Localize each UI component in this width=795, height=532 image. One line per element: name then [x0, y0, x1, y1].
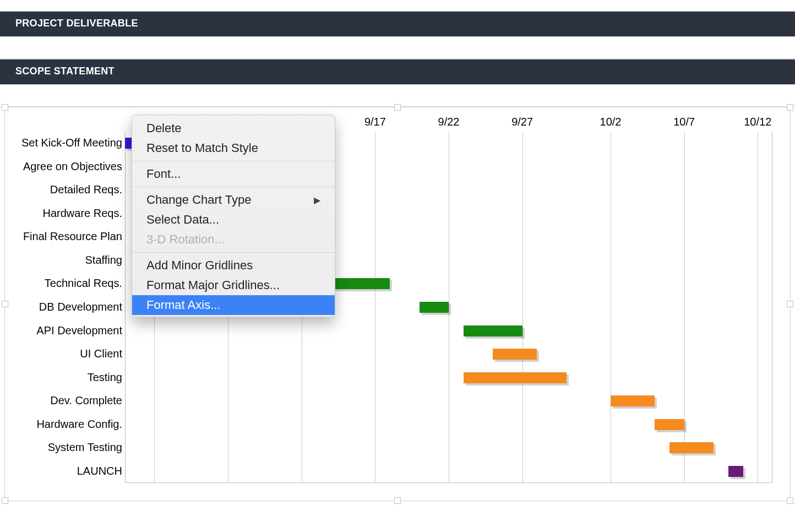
selection-handle[interactable]: [787, 301, 793, 307]
major-gridline: [758, 132, 758, 483]
x-tick-label: 9/27: [511, 116, 533, 128]
gantt-bar[interactable]: [655, 419, 684, 430]
ctx-item-label: Add Minor Gridlines: [146, 258, 253, 273]
gantt-bar[interactable]: [669, 442, 714, 453]
ctx-select-data[interactable]: Select Data...: [132, 210, 335, 230]
gantt-chart-object[interactable]: 9/29/79/129/179/229/2710/210/710/12Set K…: [4, 107, 791, 501]
ctx-font[interactable]: Font...: [132, 164, 335, 184]
x-tick-label: 9/22: [438, 116, 460, 128]
ctx-item-label: Format Major Gridlines...: [146, 278, 280, 292]
ctx-item-label: Delete: [146, 121, 182, 135]
ctx-separator: [132, 161, 335, 161]
gantt-bar[interactable]: [728, 466, 743, 477]
gantt-bar[interactable]: [420, 302, 449, 313]
gantt-bar[interactable]: [611, 395, 655, 406]
x-tick-label: 10/2: [600, 116, 622, 128]
selection-handle[interactable]: [787, 104, 793, 111]
y-category-label: Final Resource Plan: [23, 230, 122, 243]
y-category-label: API Development: [36, 324, 122, 337]
y-category-label: Dev. Complete: [50, 394, 122, 407]
y-category-label: Testing: [88, 371, 122, 384]
ctx-reset-style[interactable]: Reset to Match Style: [132, 138, 335, 158]
gantt-bar[interactable]: [464, 325, 522, 336]
y-category-label: System Testing: [48, 441, 122, 454]
y-category-label: UI Client: [80, 348, 122, 360]
ctx-format-axis[interactable]: Format Axis...: [132, 295, 335, 315]
ctx-item-label: Select Data...: [146, 213, 219, 227]
scope-statement-cell[interactable]: [0, 85, 795, 107]
ctx-item-label: Format Axis...: [146, 298, 220, 312]
y-category-label: Set Kick-Off Meeting: [21, 137, 122, 149]
y-category-label: DB Development: [39, 301, 122, 313]
ctx-item-label: Change Chart Type: [146, 193, 251, 207]
gantt-bar[interactable]: [464, 372, 567, 383]
ctx-change-chart-type[interactable]: Change Chart Type ▶: [132, 190, 335, 210]
y-category-label: Agree on Objectives: [23, 160, 122, 173]
y-category-label: Hardware Config.: [36, 418, 122, 431]
selection-handle[interactable]: [2, 104, 8, 111]
ctx-separator: [132, 187, 335, 187]
ctx-delete[interactable]: Delete: [132, 118, 335, 138]
y-category-label: Detailed Reqs.: [50, 183, 122, 196]
major-gridline: [522, 132, 523, 483]
x-tick-label: 10/12: [744, 116, 771, 128]
x-tick-label: 10/7: [673, 116, 695, 128]
section-header-label: PROJECT DELIVERABLE: [15, 18, 138, 29]
ctx-format-major-gridlines[interactable]: Format Major Gridlines...: [132, 275, 335, 295]
project-deliverable-cell[interactable]: [0, 37, 795, 59]
section-header-label: SCOPE STATEMENT: [15, 66, 115, 77]
ctx-3d-rotation: 3-D Rotation...: [132, 230, 335, 249]
y-category-label: Technical Reqs.: [45, 277, 122, 290]
major-gridline: [611, 132, 611, 483]
ctx-item-label: 3-D Rotation...: [146, 232, 225, 247]
gantt-chart-plot[interactable]: 9/29/79/129/179/229/2710/210/710/12Set K…: [15, 114, 772, 483]
y-category-label: Staffing: [85, 254, 122, 267]
selection-handle[interactable]: [787, 497, 793, 504]
selection-handle[interactable]: [394, 497, 401, 504]
section-header-scope-statement: SCOPE STATEMENT: [0, 59, 795, 85]
ctx-item-label: Font...: [146, 167, 181, 181]
selection-handle[interactable]: [394, 104, 401, 111]
y-category-label: Hardware Reqs.: [42, 207, 122, 220]
gantt-bar[interactable]: [493, 349, 537, 360]
section-header-project-deliverable: PROJECT DELIVERABLE: [0, 11, 795, 37]
ctx-separator: [132, 252, 335, 253]
selection-handle[interactable]: [2, 497, 8, 504]
y-category-label: LAUNCH: [77, 465, 122, 477]
context-menu: Delete Reset to Match Style Font... Chan…: [132, 115, 335, 317]
ctx-add-minor-gridlines[interactable]: Add Minor Gridlines: [132, 256, 335, 275]
ctx-item-label: Reset to Match Style: [146, 141, 258, 155]
major-gridline: [375, 132, 375, 483]
submenu-arrow-icon: ▶: [314, 195, 320, 205]
x-tick-label: 9/17: [364, 116, 386, 128]
selection-handle[interactable]: [2, 301, 8, 307]
